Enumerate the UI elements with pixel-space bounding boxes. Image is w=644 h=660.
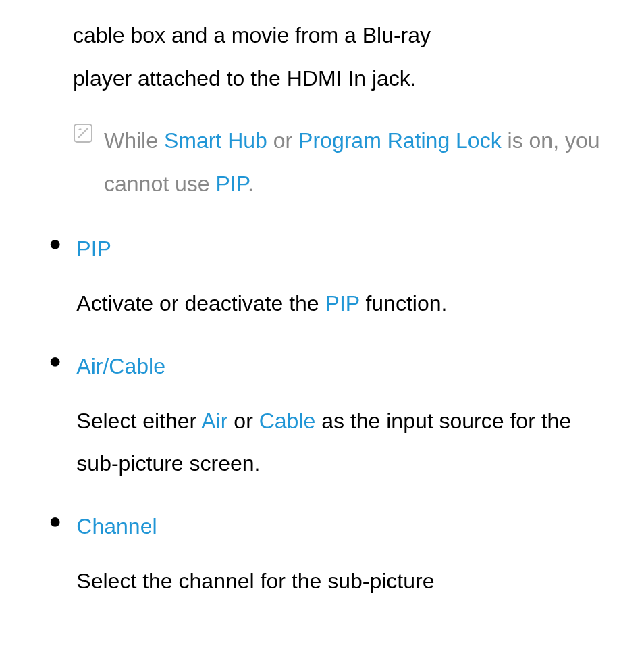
item-body: Select either Air or Cable as the input … (76, 400, 617, 484)
bullet-content: Air/Cable Select either Air or Cable as … (76, 350, 617, 492)
document-content: cable box and a movie from a Blu-ray pla… (0, 14, 644, 611)
body-link-cable: Cable (259, 409, 316, 433)
body-link-pip: PIP (325, 291, 360, 315)
item-body: Select the channel for the sub-picture (76, 560, 617, 602)
bullet-marker: ● (49, 510, 61, 532)
bullet-content: PIP Activate or deactivate the PIP funct… (76, 232, 617, 332)
intro-line2: player attached to the HDMI In jack. (73, 66, 417, 91)
intro-line1: cable box and a movie from a Blu-ray (73, 23, 431, 47)
item-body: Activate or deactivate the PIP function. (76, 282, 617, 324)
body-suffix: function. (360, 291, 448, 315)
body-prefix: Select either (76, 409, 201, 433)
body-prefix: Activate or deactivate the (76, 291, 325, 315)
list-item: ● Air/Cable Select either Air or Cable a… (49, 350, 617, 492)
body-link-air: Air (201, 409, 227, 433)
note-link-rating-lock: Program Rating Lock (298, 128, 502, 153)
item-title-channel: Channel (76, 510, 617, 542)
item-title-aircable: Air/Cable (76, 350, 617, 382)
bullet-content: Channel Select the channel for the sub-p… (76, 510, 617, 610)
note-block: While Smart Hub or Program Rating Lock i… (73, 119, 617, 205)
note-icon (73, 123, 93, 146)
note-link-smarthub: Smart Hub (164, 128, 267, 153)
item-title-pip: PIP (76, 232, 617, 265)
list-item: ● PIP Activate or deactivate the PIP fun… (49, 232, 617, 332)
note-text: While Smart Hub or Program Rating Lock i… (104, 119, 617, 205)
bullet-marker: ● (49, 350, 61, 372)
list-item: ● Channel Select the channel for the sub… (49, 510, 617, 610)
note-prefix: While (104, 128, 164, 153)
intro-paragraph: cable box and a movie from a Blu-ray pla… (73, 14, 617, 100)
note-link-pip: PIP (215, 172, 247, 196)
body-mid: or (227, 409, 259, 433)
note-suffix: . (248, 172, 254, 196)
bullet-marker: ● (49, 232, 61, 254)
body-prefix: Select the channel for the sub-picture (76, 569, 434, 593)
note-mid1: or (267, 128, 298, 153)
